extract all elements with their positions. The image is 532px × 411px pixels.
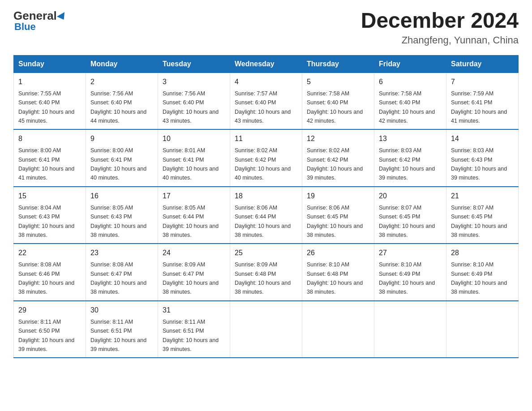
calendar-cell: 21Sunrise: 8:07 AMSunset: 6:45 PMDayligh… [446, 187, 519, 244]
weekday-header-friday: Friday [374, 55, 446, 73]
day-info: Sunrise: 7:59 AMSunset: 6:41 PMDaylight:… [451, 90, 507, 124]
calendar-week-row: 15Sunrise: 8:04 AMSunset: 6:43 PMDayligh… [14, 187, 519, 244]
weekday-header-tuesday: Tuesday [158, 55, 230, 73]
day-info: Sunrise: 8:11 AMSunset: 6:51 PMDaylight:… [90, 319, 146, 352]
calendar-cell: 3Sunrise: 7:56 AMSunset: 6:40 PMDaylight… [158, 73, 230, 129]
day-number: 20 [379, 191, 442, 201]
day-number: 18 [235, 191, 297, 201]
day-number: 31 [163, 305, 225, 316]
day-number: 26 [307, 248, 369, 258]
day-number: 2 [90, 77, 153, 87]
day-info: Sunrise: 8:10 AMSunset: 6:49 PMDaylight:… [379, 261, 435, 295]
day-number: 15 [18, 191, 81, 201]
day-number: 28 [451, 248, 514, 258]
day-info: Sunrise: 8:07 AMSunset: 6:45 PMDaylight:… [379, 205, 435, 238]
day-info: Sunrise: 8:10 AMSunset: 6:49 PMDaylight:… [451, 261, 507, 295]
day-number: 22 [18, 248, 81, 258]
day-info: Sunrise: 8:09 AMSunset: 6:48 PMDaylight:… [235, 261, 291, 295]
calendar-cell: 7Sunrise: 7:59 AMSunset: 6:41 PMDaylight… [446, 73, 519, 129]
calendar-table: SundayMondayTuesdayWednesdayThursdayFrid… [13, 55, 519, 359]
calendar-cell: 27Sunrise: 8:10 AMSunset: 6:49 PMDayligh… [374, 244, 446, 301]
day-number: 4 [235, 77, 297, 87]
calendar-cell: 16Sunrise: 8:05 AMSunset: 6:43 PMDayligh… [86, 187, 158, 244]
calendar-cell [230, 301, 302, 358]
day-info: Sunrise: 8:03 AMSunset: 6:43 PMDaylight:… [451, 147, 507, 181]
day-info: Sunrise: 8:06 AMSunset: 6:45 PMDaylight:… [307, 205, 363, 238]
day-info: Sunrise: 8:11 AMSunset: 6:50 PMDaylight:… [18, 319, 74, 352]
weekday-header-monday: Monday [86, 55, 158, 73]
day-info: Sunrise: 8:01 AMSunset: 6:41 PMDaylight:… [163, 147, 219, 181]
day-number: 25 [235, 248, 297, 258]
calendar-week-row: 29Sunrise: 8:11 AMSunset: 6:50 PMDayligh… [14, 301, 519, 358]
day-number: 8 [18, 133, 81, 144]
calendar-cell: 23Sunrise: 8:08 AMSunset: 6:47 PMDayligh… [86, 244, 158, 301]
day-number: 1 [18, 77, 81, 87]
day-info: Sunrise: 8:09 AMSunset: 6:47 PMDaylight:… [163, 261, 219, 295]
day-info: Sunrise: 8:02 AMSunset: 6:42 PMDaylight:… [307, 147, 363, 181]
calendar-cell [446, 301, 519, 358]
calendar-cell: 19Sunrise: 8:06 AMSunset: 6:45 PMDayligh… [302, 187, 374, 244]
calendar-cell: 17Sunrise: 8:05 AMSunset: 6:44 PMDayligh… [158, 187, 230, 244]
day-number: 10 [163, 133, 225, 144]
calendar-cell: 9Sunrise: 8:00 AMSunset: 6:41 PMDaylight… [86, 129, 158, 187]
calendar-cell: 12Sunrise: 8:02 AMSunset: 6:42 PMDayligh… [302, 129, 374, 187]
day-info: Sunrise: 8:07 AMSunset: 6:45 PMDaylight:… [451, 205, 507, 238]
day-info: Sunrise: 8:06 AMSunset: 6:44 PMDaylight:… [235, 205, 291, 238]
day-number: 6 [379, 77, 442, 87]
calendar-week-row: 1Sunrise: 7:55 AMSunset: 6:40 PMDaylight… [14, 73, 519, 129]
calendar-week-row: 8Sunrise: 8:00 AMSunset: 6:41 PMDaylight… [14, 129, 519, 187]
day-number: 9 [90, 133, 153, 144]
calendar-cell: 25Sunrise: 8:09 AMSunset: 6:48 PMDayligh… [230, 244, 302, 301]
calendar-cell: 8Sunrise: 8:00 AMSunset: 6:41 PMDaylight… [14, 129, 86, 187]
weekday-header-row: SundayMondayTuesdayWednesdayThursdayFrid… [14, 55, 519, 73]
page-header: General Blue December 2024 Zhangfeng, Yu… [13, 9, 519, 46]
day-info: Sunrise: 8:04 AMSunset: 6:43 PMDaylight:… [18, 205, 74, 238]
location: Zhangfeng, Yunnan, China [361, 34, 519, 46]
calendar-cell: 18Sunrise: 8:06 AMSunset: 6:44 PMDayligh… [230, 187, 302, 244]
calendar-cell: 4Sunrise: 7:57 AMSunset: 6:40 PMDaylight… [230, 73, 302, 129]
day-info: Sunrise: 8:02 AMSunset: 6:42 PMDaylight:… [235, 147, 291, 181]
day-info: Sunrise: 8:03 AMSunset: 6:42 PMDaylight:… [379, 147, 435, 181]
weekday-header-thursday: Thursday [302, 55, 374, 73]
calendar-cell [302, 301, 374, 358]
calendar-cell: 30Sunrise: 8:11 AMSunset: 6:51 PMDayligh… [86, 301, 158, 358]
logo-blue-text: Blue [14, 21, 36, 33]
calendar-cell: 20Sunrise: 8:07 AMSunset: 6:45 PMDayligh… [374, 187, 446, 244]
calendar-cell: 28Sunrise: 8:10 AMSunset: 6:49 PMDayligh… [446, 244, 519, 301]
calendar-cell: 31Sunrise: 8:11 AMSunset: 6:51 PMDayligh… [158, 301, 230, 358]
day-number: 5 [307, 77, 369, 87]
calendar-cell: 6Sunrise: 7:58 AMSunset: 6:40 PMDaylight… [374, 73, 446, 129]
day-info: Sunrise: 7:58 AMSunset: 6:40 PMDaylight:… [307, 90, 363, 124]
calendar-cell: 22Sunrise: 8:08 AMSunset: 6:46 PMDayligh… [14, 244, 86, 301]
day-number: 3 [163, 77, 225, 87]
calendar-cell: 26Sunrise: 8:10 AMSunset: 6:48 PMDayligh… [302, 244, 374, 301]
day-info: Sunrise: 8:10 AMSunset: 6:48 PMDaylight:… [307, 261, 363, 295]
day-number: 13 [379, 133, 442, 144]
month-title: December 2024 [361, 9, 519, 33]
day-info: Sunrise: 8:08 AMSunset: 6:47 PMDaylight:… [90, 261, 146, 295]
day-number: 19 [307, 191, 369, 201]
title-section: December 2024 Zhangfeng, Yunnan, China [361, 9, 519, 46]
calendar-week-row: 22Sunrise: 8:08 AMSunset: 6:46 PMDayligh… [14, 244, 519, 301]
day-info: Sunrise: 7:55 AMSunset: 6:40 PMDaylight:… [18, 90, 74, 124]
weekday-header-wednesday: Wednesday [230, 55, 302, 73]
day-info: Sunrise: 7:57 AMSunset: 6:40 PMDaylight:… [235, 90, 291, 124]
day-number: 7 [451, 77, 514, 87]
day-number: 14 [451, 133, 514, 144]
day-info: Sunrise: 8:05 AMSunset: 6:44 PMDaylight:… [163, 205, 219, 238]
day-number: 27 [379, 248, 442, 258]
day-info: Sunrise: 8:00 AMSunset: 6:41 PMDaylight:… [18, 147, 74, 181]
calendar-cell: 5Sunrise: 7:58 AMSunset: 6:40 PMDaylight… [302, 73, 374, 129]
calendar-cell: 10Sunrise: 8:01 AMSunset: 6:41 PMDayligh… [158, 129, 230, 187]
weekday-header-saturday: Saturday [446, 55, 519, 73]
weekday-header-sunday: Sunday [14, 55, 86, 73]
day-number: 30 [90, 305, 153, 316]
calendar-cell: 13Sunrise: 8:03 AMSunset: 6:42 PMDayligh… [374, 129, 446, 187]
day-info: Sunrise: 8:05 AMSunset: 6:43 PMDaylight:… [90, 205, 146, 238]
day-number: 21 [451, 191, 514, 201]
day-info: Sunrise: 7:56 AMSunset: 6:40 PMDaylight:… [90, 90, 146, 124]
calendar-cell: 29Sunrise: 8:11 AMSunset: 6:50 PMDayligh… [14, 301, 86, 358]
day-info: Sunrise: 7:56 AMSunset: 6:40 PMDaylight:… [163, 90, 219, 124]
day-info: Sunrise: 8:00 AMSunset: 6:41 PMDaylight:… [90, 147, 146, 181]
logo-arrow-icon [57, 12, 68, 21]
